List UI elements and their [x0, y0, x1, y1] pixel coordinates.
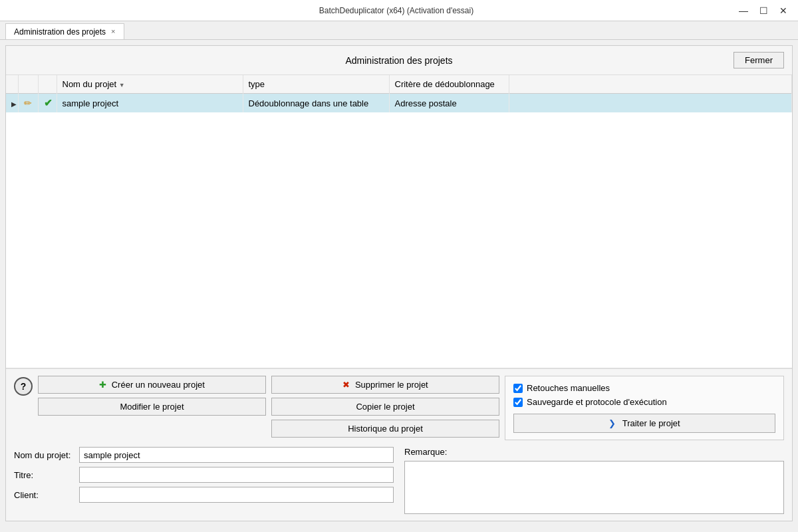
fields-row: Nom du projet: Titre: Client: Remarque: — [14, 447, 784, 514]
chevron-right-icon: ❯ — [608, 418, 616, 428]
nom-input[interactable] — [79, 447, 394, 463]
col-header-rest — [509, 75, 792, 94]
col-header-type: type — [243, 75, 389, 94]
modifier-button[interactable]: Modifier le projet — [38, 398, 266, 416]
row-status-cell: ✔ — [38, 94, 57, 113]
historique-button[interactable]: Historique du projet — [271, 420, 499, 438]
help-button[interactable]: ? — [14, 377, 33, 396]
tab-bar: Administration des projets × — [0, 21, 798, 40]
creer-button[interactable]: ✚ Créer un nouveau projet — [38, 376, 266, 394]
checkbox-sauvegarde-row: Sauvegarde et protocole d'exécution — [513, 397, 775, 407]
buttons-left: ✚ Créer un nouveau projet Modifier le pr… — [38, 376, 266, 416]
col-header-arrow — [6, 75, 18, 94]
fields-left: Nom du projet: Titre: Client: — [14, 447, 394, 503]
tab-administration[interactable]: Administration des projets × — [5, 23, 124, 39]
plus-icon: ✚ — [99, 380, 106, 390]
col-header-edit — [18, 75, 38, 94]
fields-right: Remarque: — [404, 447, 784, 514]
creer-label: Créer un nouveau projet — [112, 380, 205, 390]
table-section: Nom du projet type Critère de dédoublonn… — [6, 75, 792, 368]
nom-label: Nom du projet: — [14, 450, 74, 460]
project-table: Nom du projet type Critère de dédoublonn… — [6, 75, 792, 112]
col-header-name[interactable]: Nom du projet — [57, 75, 243, 94]
buttons-right: Retouches manuelles Sauvegarde et protoc… — [505, 376, 784, 440]
checkbox-sauvegarde[interactable] — [513, 398, 523, 407]
checkbox-retouches[interactable] — [513, 384, 523, 393]
tab-label: Administration des projets — [14, 27, 106, 37]
maximize-button[interactable]: ☐ — [754, 3, 773, 18]
title-bar-controls: — ☐ ✕ — [734, 3, 793, 18]
field-nom-row: Nom du projet: — [14, 447, 394, 463]
client-input[interactable] — [79, 487, 394, 503]
traiter-label: Traiter le projet — [622, 418, 680, 428]
field-client-row: Client: — [14, 487, 394, 503]
row-name-cell: sample project — [57, 94, 243, 113]
fermer-button[interactable]: Fermer — [733, 52, 784, 68]
panel-header: Administration des projets Fermer — [6, 46, 792, 75]
row-type-cell: Dédoublonnage dans une table — [243, 94, 389, 113]
titre-input[interactable] — [79, 467, 394, 483]
status-ok-icon: ✔ — [44, 97, 53, 108]
remarque-label: Remarque: — [404, 447, 784, 457]
row-expand-icon: ▶ — [11, 100, 17, 108]
panel-title: Administration des projets — [271, 55, 527, 66]
buttons-middle: ✖ Supprimer le projet Copier le projet H… — [271, 376, 499, 438]
minimize-button[interactable]: — — [734, 3, 753, 18]
table-header-row: Nom du projet type Critère de dédoublonn… — [6, 75, 792, 94]
edit-icon[interactable]: ✏ — [24, 98, 32, 108]
client-label: Client: — [14, 490, 74, 500]
project-critere: Adresse postale — [395, 98, 457, 108]
row-arrow-cell: ▶ — [6, 94, 18, 113]
row-edit-cell: ✏ — [18, 94, 38, 113]
copier-label: Copier le projet — [356, 402, 414, 412]
main-window: Administration des projets Fermer Nom du… — [5, 45, 793, 521]
project-type: Dédoublonnage dans une table — [249, 98, 369, 108]
historique-label: Historique du projet — [348, 424, 423, 434]
col-header-status — [38, 75, 57, 94]
checkbox-retouches-row: Retouches manuelles — [513, 383, 775, 393]
row-critere-cell: Adresse postale — [389, 94, 509, 113]
field-titre-row: Titre: — [14, 467, 394, 483]
row-rest-cell — [509, 94, 792, 113]
close-window-button[interactable]: ✕ — [774, 3, 793, 18]
project-name: sample project — [63, 98, 119, 108]
title-bar-text: BatchDeduplicator (x64) (Activation d'es… — [59, 6, 734, 15]
x-icon: ✖ — [342, 380, 350, 390]
col-header-critere: Critère de dédoublonnage — [389, 75, 509, 94]
traiter-button[interactable]: ❯ Traiter le projet — [513, 414, 775, 433]
copier-button[interactable]: Copier le projet — [271, 398, 499, 416]
buttons-row: ? ✚ Créer un nouveau projet Modifier le … — [14, 376, 784, 440]
supprimer-label: Supprimer le projet — [355, 380, 428, 390]
checkbox-retouches-label: Retouches manuelles — [527, 383, 610, 393]
table-row[interactable]: ▶ ✏ ✔ sample project Dédoublonnage dans … — [6, 94, 792, 113]
modifier-label: Modifier le projet — [120, 402, 184, 412]
remarque-textarea[interactable] — [404, 461, 784, 514]
bottom-section: ? ✚ Créer un nouveau projet Modifier le … — [6, 368, 792, 521]
checkbox-sauvegarde-label: Sauvegarde et protocole d'exécution — [527, 397, 667, 407]
title-bar: BatchDeduplicator (x64) (Activation d'es… — [0, 0, 798, 21]
tab-close-icon[interactable]: × — [111, 28, 115, 35]
titre-label: Titre: — [14, 470, 74, 480]
supprimer-button[interactable]: ✖ Supprimer le projet — [271, 376, 499, 394]
